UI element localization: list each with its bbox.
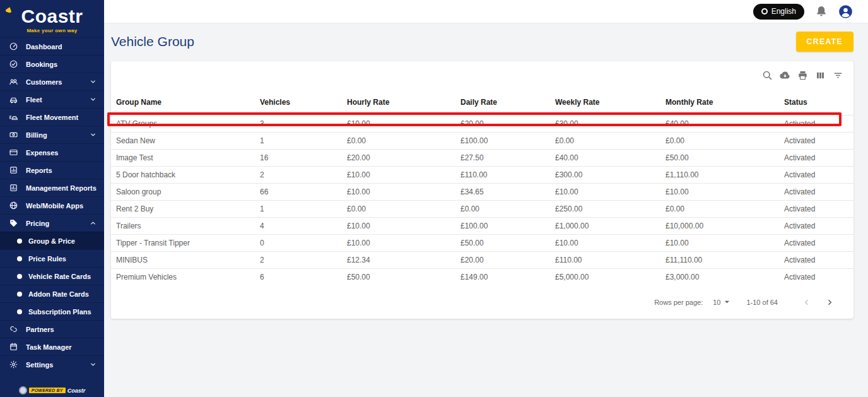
table-row[interactable]: Tipper - Transit Tipper0£10.00£50.00£10.… [111, 235, 853, 252]
sidebar-item-addon-rate-cards[interactable]: Addon Rate Cards [0, 285, 104, 302]
cell-daily: £27.50 [455, 150, 550, 167]
notifications-bell-icon[interactable] [815, 5, 828, 18]
bullet-icon [17, 256, 22, 261]
sidebar-item-vehicle-rate-cards[interactable]: Vehicle Rate Cards [0, 267, 104, 285]
next-page-button[interactable] [818, 296, 841, 309]
language-button[interactable]: English [753, 4, 804, 20]
table-row[interactable]: Image Test16£20.00£27.50£40.00£50.00Acti… [111, 150, 853, 167]
steering-wheel-icon [5, 6, 13, 14]
filter-icon[interactable] [833, 70, 843, 81]
cell-group: Saloon group [111, 184, 255, 201]
cell-weekly: £40.00 [550, 150, 660, 167]
sidebar-item-label: Price Rules [28, 255, 66, 263]
cell-weekly: £1,000.00 [550, 218, 660, 235]
cell-status: Activated [779, 167, 853, 184]
table-row[interactable]: Saloon group66£10.00£34.65£10.00£10.00Ac… [111, 184, 853, 201]
bookings-icon [9, 59, 18, 69]
table-row[interactable]: MINIBUS2£12.34£20.00£110.00£11,110.00Act… [111, 252, 853, 269]
print-icon[interactable] [797, 70, 808, 81]
cell-weekly: £0.00 [550, 133, 660, 150]
bullet-icon [17, 239, 22, 244]
create-button[interactable]: CREATE [796, 32, 853, 52]
sidebar-item-label: Expenses [26, 149, 58, 157]
cell-daily: £100.00 [455, 133, 550, 150]
cell-status: Activated [779, 184, 853, 201]
chevron-down-icon [90, 131, 97, 138]
cell-hourly: £20.00 [342, 150, 455, 167]
bullet-icon [17, 309, 22, 314]
cell-weekly: £5,000.00 [550, 269, 660, 286]
sidebar-item-reports[interactable]: Reports [0, 161, 104, 179]
view-columns-icon[interactable] [815, 70, 826, 81]
cell-vehicles: 0 [255, 235, 342, 252]
coastr-logo[interactable]: Coastr Make your own way [0, 0, 104, 37]
expenses-icon [9, 148, 18, 157]
sidebar-item-partners[interactable]: Partners [0, 320, 104, 338]
management-reports-icon [9, 183, 18, 193]
globe-icon [761, 8, 768, 15]
cell-hourly: £10.00 [342, 218, 455, 235]
cell-monthly: £11,110.00 [660, 252, 779, 269]
table-row[interactable]: Premium Vehicles6£50.00£149.00£5,000.00£… [111, 269, 853, 286]
cell-vehicles: 2 [255, 167, 342, 184]
sidebar-item-label: Reports [26, 167, 52, 174]
vehicle-group-table-card: Group NameVehiclesHourly RateDaily RateW… [111, 61, 853, 319]
cell-monthly: £50.00 [660, 150, 779, 167]
sidebar-item-label: Task Manager [26, 343, 72, 351]
sidebar-item-management-reports[interactable]: Management Reports [0, 179, 104, 196]
cell-group: Sedan New [111, 133, 255, 150]
sidebar-item-settings[interactable]: Settings [0, 355, 104, 373]
sidebar-item-price-rules[interactable]: Price Rules [0, 249, 104, 267]
sidebar-item-fleet[interactable]: Fleet [0, 90, 104, 108]
sidebar-item-pricing[interactable]: Pricing [0, 214, 104, 232]
cell-hourly: £0.00 [342, 201, 455, 218]
sidebar-item-label: Group & Price [28, 237, 75, 245]
billing-icon [9, 130, 18, 139]
sidebar-item-label: Management Reports [26, 184, 97, 192]
cell-vehicles: 16 [255, 150, 342, 167]
sidebar-item-fleet-movement[interactable]: Fleet Movement [0, 108, 104, 126]
sidebar-item-web-mobile-apps[interactable]: Web/Mobile Apps [0, 196, 104, 214]
cell-group: Rent 2 Buy [111, 201, 255, 218]
bullet-icon [17, 292, 22, 297]
cell-monthly: £10,000.00 [660, 218, 779, 235]
account-avatar-icon[interactable] [838, 4, 853, 19]
sidebar-item-bookings[interactable]: Bookings [0, 55, 104, 73]
cell-group: Tipper - Transit Tipper [111, 235, 255, 252]
sidebar-item-expenses[interactable]: Expenses [0, 143, 104, 161]
cell-hourly: £50.00 [342, 269, 455, 286]
sidebar-item-label: Billing [26, 131, 47, 139]
chevron-down-icon [90, 78, 97, 85]
sidebar-item-group-price[interactable]: Group & Price [0, 232, 104, 249]
sidebar-item-label: Fleet [26, 96, 42, 104]
cell-hourly: £10.00 [342, 184, 455, 201]
sidebar-item-task-manager[interactable]: Task Manager [0, 338, 104, 355]
table-toolbar [111, 61, 853, 89]
table-row[interactable]: Rent 2 Buy1£0.00£0.00£250.00£0.00Activat… [111, 201, 853, 218]
sidebar-item-subscription-plans[interactable]: Subscription Plans [0, 302, 104, 320]
rows-per-page-label: Rows per page: [654, 299, 703, 306]
table-row[interactable]: 5 Door hatchback2£10.00£110.00£300.00£1,… [111, 167, 853, 184]
dashboard-icon [9, 42, 18, 51]
table-row[interactable]: Trailers4£10.00£100.00£1,000.00£10,000.0… [111, 218, 853, 235]
customers-icon [9, 77, 18, 86]
sidebar-item-label: Vehicle Rate Cards [28, 273, 91, 280]
sidebar-item-customers[interactable]: Customers [0, 73, 104, 90]
rows-per-page-select[interactable]: 10 [713, 299, 730, 306]
cell-status: Activated [779, 116, 853, 133]
table-row[interactable]: Sedan New1£0.00£100.00£0.00£0.00Activate… [111, 133, 853, 150]
cell-daily: £50.00 [455, 235, 550, 252]
table-row-highlighted[interactable]: ATV Groups3£10.00£20.00£30.00£40.00Activ… [111, 116, 853, 133]
sidebar-item-label: Dashboard [26, 43, 62, 50]
cell-vehicles: 1 [255, 133, 342, 150]
search-icon[interactable] [762, 70, 773, 81]
top-header: English [104, 0, 868, 23]
cloud-download-icon[interactable] [780, 70, 790, 81]
sidebar-item-dashboard[interactable]: Dashboard [0, 37, 104, 55]
sidebar-item-label: Customers [26, 78, 62, 86]
previous-page-button[interactable] [795, 296, 818, 309]
cell-hourly: £12.34 [342, 252, 455, 269]
sidebar-item-billing[interactable]: Billing [0, 126, 104, 143]
cell-daily: £110.00 [455, 167, 550, 184]
cell-group: Premium Vehicles [111, 269, 255, 286]
